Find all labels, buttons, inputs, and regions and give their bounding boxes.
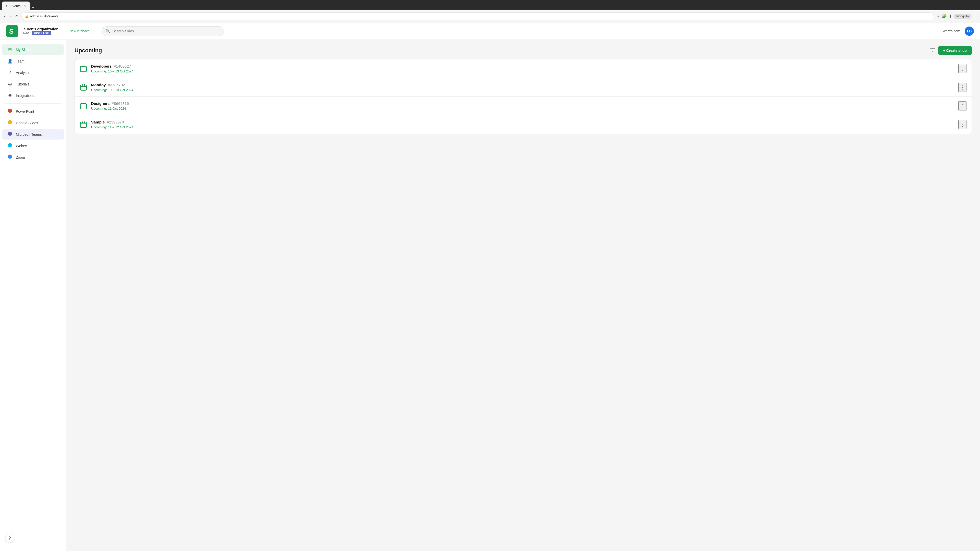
extensions-icon[interactable]: 🧩: [942, 14, 947, 19]
tab-title: Events: [11, 4, 21, 8]
url-text: admin.sli.do/events: [30, 14, 59, 18]
calendar-icon: [80, 65, 87, 72]
sidebar-item-microsoft-teams[interactable]: Microsoft Teams: [2, 129, 64, 140]
sidebar-item-label: Webex: [16, 144, 27, 148]
active-tab[interactable]: S Events ✕: [2, 2, 30, 10]
google-slides-icon: [7, 120, 13, 125]
search-input[interactable]: [112, 29, 220, 33]
svg-rect-5: [80, 85, 86, 90]
sidebar-item-my-slidos[interactable]: ⊞ My Slidos: [2, 44, 64, 55]
sidebar-item-google-slides[interactable]: Google Slides: [2, 118, 64, 128]
menu-icon[interactable]: ⋮: [973, 14, 977, 19]
event-name: Designers: [91, 101, 110, 106]
event-status: Upcoming:: [91, 125, 107, 129]
logo-area: S Lauren's organization Owner UPGRADE Ne…: [6, 25, 94, 37]
calendar-icon: [80, 84, 87, 91]
table-row: Designers #8664816 Upcoming: 11 Oct 2024…: [75, 97, 972, 115]
event-dates: 10 – 13 Oct 2024: [108, 69, 134, 73]
table-row: Developers #1480327 Upcoming: 10 – 13 Oc…: [75, 59, 972, 78]
event-number: #2329970: [107, 120, 124, 124]
url-bar[interactable]: 🔒 admin.sli.do/events: [21, 13, 934, 20]
event-dates: 11 – 12 Oct 2024: [108, 125, 134, 129]
table-row: Sample #2329970 Upcoming: 11 – 12 Oct 20…: [75, 115, 972, 134]
svg-rect-12: [82, 121, 83, 123]
svg-rect-8: [80, 103, 86, 109]
create-slido-button[interactable]: + Create slido: [938, 46, 972, 55]
search-bar[interactable]: 🔍: [102, 26, 224, 36]
new-tab-icon[interactable]: +: [32, 5, 35, 10]
reload-button[interactable]: ↻: [14, 13, 19, 20]
event-name: Moodoy: [91, 83, 106, 87]
microsoft-teams-icon: [7, 132, 13, 137]
svg-rect-10: [84, 103, 85, 104]
event-name: Sample: [91, 120, 105, 124]
event-number: #37867021: [108, 83, 127, 87]
help-button[interactable]: ?: [5, 534, 14, 543]
event-more-button[interactable]: ⋮: [958, 120, 966, 129]
back-button[interactable]: ‹: [3, 13, 6, 20]
calendar-icon: [80, 121, 87, 128]
incognito-badge: Incognito: [954, 14, 971, 19]
forward-button[interactable]: ›: [8, 13, 12, 20]
event-more-button[interactable]: ⋮: [958, 83, 966, 92]
browser-tab-bar: S Events ✕ +: [0, 0, 980, 10]
sidebar-item-label: Team: [16, 59, 24, 63]
new-interface-button[interactable]: New interface: [65, 28, 94, 34]
sidebar-item-integrations[interactable]: ⊕ Integrations: [2, 90, 64, 101]
svg-rect-2: [80, 66, 86, 72]
bookmark-icon[interactable]: ☆: [936, 14, 940, 19]
event-status: Upcoming:: [91, 88, 107, 92]
slido-logo[interactable]: S: [6, 25, 18, 37]
sidebar-item-label: Analytics: [16, 71, 30, 75]
table-row: Moodoy #37867021 Upcoming: 10 – 13 Oct 2…: [75, 78, 972, 97]
svg-rect-11: [80, 122, 86, 127]
org-role-label: Owner: [21, 32, 30, 35]
user-avatar[interactable]: LD: [965, 27, 974, 36]
event-list: Developers #1480327 Upcoming: 10 – 13 Oc…: [75, 59, 972, 134]
sidebar-item-label: My Slidos: [16, 48, 32, 52]
svg-rect-6: [82, 84, 83, 86]
sidebar-item-label: Tutorials: [16, 82, 29, 86]
team-icon: 👤: [7, 59, 13, 64]
tutorials-icon: ◎: [7, 81, 13, 87]
event-more-button[interactable]: ⋮: [958, 101, 966, 110]
svg-text:S: S: [9, 27, 14, 35]
my-slidos-icon: ⊞: [7, 47, 13, 52]
upgrade-button[interactable]: UPGRADE: [32, 31, 51, 35]
event-number: #1480327: [114, 64, 131, 68]
download-icon[interactable]: ⬇: [949, 14, 952, 19]
event-dates: 10 – 13 Oct 2024: [108, 88, 134, 92]
sidebar-item-tutorials[interactable]: ◎ Tutorials: [2, 79, 64, 89]
sidebar-item-zoom[interactable]: Zoom: [2, 152, 64, 162]
svg-rect-7: [84, 84, 85, 86]
event-dates: 11 Oct 2024: [108, 106, 126, 110]
sidebar-item-label: PowerPoint: [16, 110, 34, 114]
sidebar-item-powerpoint[interactable]: PowerPoint: [2, 106, 64, 117]
event-status: Upcoming:: [91, 69, 107, 73]
analytics-icon: ↗: [7, 70, 13, 75]
sidebar-item-analytics[interactable]: ↗ Analytics: [2, 67, 64, 78]
svg-rect-13: [84, 121, 85, 123]
lock-icon: 🔒: [25, 14, 29, 18]
tab-close-icon[interactable]: ✕: [24, 4, 26, 8]
svg-rect-3: [82, 65, 83, 67]
org-name: Lauren's organization: [21, 27, 59, 31]
zoom-icon: [7, 155, 13, 160]
sidebar-item-label: Zoom: [16, 156, 25, 159]
content-area: Upcoming + Create slido: [66, 40, 980, 551]
event-number: #8664816: [112, 101, 129, 106]
powerpoint-icon: [7, 109, 13, 114]
search-icon: 🔍: [105, 29, 110, 33]
nav-bar: ‹ › ↻ 🔒 admin.sli.do/events ☆ 🧩 ⬇ Incogn…: [0, 10, 980, 22]
whats-new-link[interactable]: What's new: [942, 29, 959, 33]
webex-icon: [7, 143, 13, 148]
svg-rect-9: [82, 103, 83, 104]
sidebar-item-webex[interactable]: Webex: [2, 141, 64, 151]
sidebar-item-label: Google Slides: [16, 121, 38, 125]
svg-rect-4: [84, 65, 85, 67]
sidebar-item-label: Integrations: [16, 94, 35, 98]
event-status: Upcoming:: [91, 106, 107, 110]
sidebar-item-team[interactable]: 👤 Team: [2, 56, 64, 66]
filter-button[interactable]: [930, 48, 935, 54]
event-more-button[interactable]: ⋮: [958, 64, 966, 73]
